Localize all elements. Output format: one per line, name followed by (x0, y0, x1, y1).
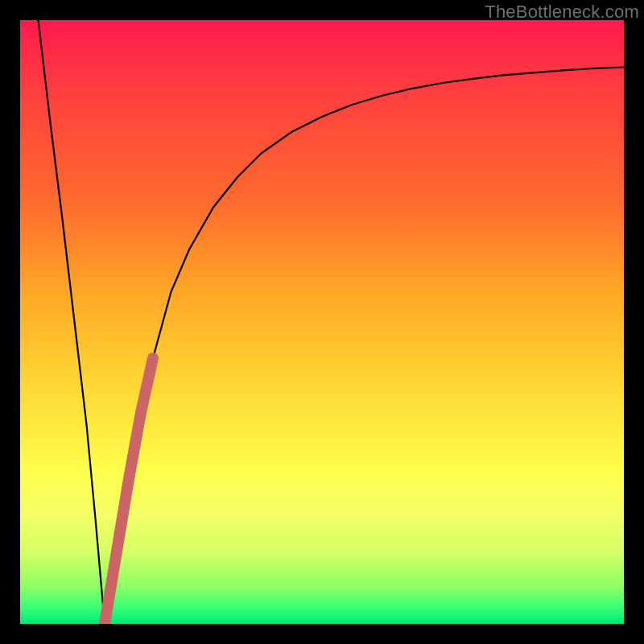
chart-frame: TheBottleneck.com (0, 0, 644, 644)
highlight-segment (105, 358, 153, 624)
curve-layer (20, 20, 624, 624)
bottleneck-curve (39, 20, 625, 624)
watermark-text: TheBottleneck.com (485, 2, 639, 23)
plot-area (20, 20, 624, 624)
